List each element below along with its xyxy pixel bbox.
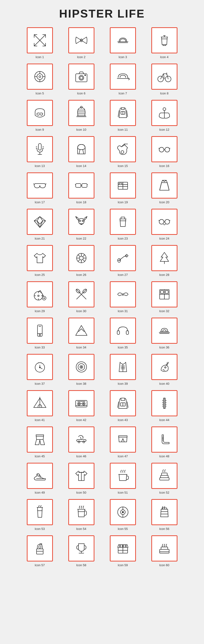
icon-box-20[interactable] — [151, 172, 178, 198]
icon-box-7[interactable] — [110, 64, 136, 90]
icon-box-56[interactable] — [151, 499, 178, 525]
list-item: Icon 18 — [63, 172, 100, 204]
icon-box-24[interactable] — [151, 209, 178, 235]
icon-21 — [32, 214, 48, 230]
icon-2 — [73, 32, 90, 48]
icon-label-21: Icon 21 — [35, 237, 45, 240]
icon-box-45[interactable] — [27, 426, 53, 452]
icon-box-55[interactable] — [110, 499, 136, 525]
icon-box-28[interactable] — [151, 245, 178, 271]
icon-box-11[interactable] — [110, 100, 136, 126]
icon-label-58: Icon 58 — [76, 563, 86, 567]
icon-box-30[interactable] — [68, 281, 94, 308]
icon-box-12[interactable] — [151, 100, 178, 126]
icon-26 — [73, 250, 90, 266]
list-item: Icon 16 — [146, 136, 183, 168]
svg-line-94 — [83, 260, 85, 262]
icon-11 — [115, 105, 131, 121]
icon-box-35[interactable] — [110, 318, 136, 344]
icon-box-29[interactable] — [27, 281, 53, 308]
icon-box-33[interactable] — [27, 318, 53, 344]
icon-box-14[interactable] — [68, 136, 94, 162]
icon-box-36[interactable] — [151, 318, 178, 344]
svg-line-109 — [38, 290, 40, 292]
icon-box-49[interactable] — [27, 463, 53, 489]
icon-box-38[interactable] — [68, 354, 94, 380]
icon-box-54[interactable] — [68, 499, 94, 525]
icon-box-22[interactable] — [68, 209, 94, 235]
icon-box-57[interactable] — [27, 535, 53, 562]
icon-label-42: Icon 42 — [76, 418, 86, 422]
icon-box-16[interactable] — [151, 136, 178, 162]
icon-label-20: Icon 20 — [159, 200, 169, 204]
icon-6 — [73, 68, 90, 85]
icon-box-4[interactable] — [151, 27, 178, 53]
icon-box-48[interactable] — [151, 426, 178, 452]
list-item: Icon 23 — [104, 209, 141, 240]
icon-box-19[interactable] — [110, 172, 136, 198]
icon-box-3[interactable] — [110, 27, 136, 53]
icon-box-41[interactable] — [27, 390, 53, 416]
icon-label-48: Icon 48 — [159, 454, 169, 458]
icon-box-44[interactable] — [151, 390, 178, 416]
icon-box-23[interactable] — [110, 209, 136, 235]
icon-box-27[interactable] — [110, 245, 136, 271]
list-item: Icon 51 — [104, 463, 141, 494]
icon-36 — [156, 322, 172, 339]
icon-box-13[interactable] — [27, 136, 53, 162]
icon-box-5[interactable] — [27, 64, 53, 90]
icon-box-1[interactable] — [27, 27, 53, 53]
icon-box-42[interactable] — [68, 390, 94, 416]
icon-42 — [73, 395, 90, 411]
icon-box-10[interactable] — [68, 100, 94, 126]
svg-point-155 — [83, 403, 84, 404]
icon-39 — [115, 359, 131, 375]
icon-box-17[interactable] — [27, 172, 53, 198]
icon-box-39[interactable] — [110, 354, 136, 380]
icon-box-32[interactable] — [151, 281, 178, 308]
icon-label-30: Icon 30 — [76, 309, 86, 313]
icon-box-40[interactable] — [151, 354, 178, 380]
icon-43 — [115, 395, 131, 411]
icon-box-25[interactable] — [27, 245, 53, 271]
icon-box-18[interactable] — [68, 172, 94, 198]
icon-box-53[interactable] — [27, 499, 53, 525]
icon-box-58[interactable] — [68, 535, 94, 562]
icon-60 — [156, 540, 172, 556]
svg-marker-124 — [76, 326, 87, 336]
icon-label-35: Icon 35 — [118, 346, 128, 349]
icon-box-26[interactable] — [68, 245, 94, 271]
list-item: Icon 35 — [104, 318, 141, 349]
svg-line-110 — [40, 290, 44, 296]
icon-box-46[interactable] — [68, 426, 94, 452]
icon-box-34[interactable] — [68, 318, 94, 344]
icon-box-21[interactable] — [27, 209, 53, 235]
icon-box-6[interactable] — [68, 64, 94, 90]
icon-box-52[interactable] — [151, 463, 178, 489]
icon-15 — [115, 141, 131, 157]
list-item: Icon 11 — [104, 100, 141, 132]
icon-box-15[interactable] — [110, 136, 136, 162]
icon-box-8[interactable] — [151, 64, 178, 90]
icon-box-50[interactable] — [68, 463, 94, 489]
icon-box-47[interactable] — [110, 426, 136, 452]
list-item: Icon 58 — [63, 535, 100, 567]
icon-57 — [32, 540, 48, 556]
icon-box-37[interactable] — [27, 354, 53, 380]
svg-point-202 — [39, 546, 41, 548]
icon-3 — [115, 32, 131, 48]
icon-box-31[interactable] — [110, 281, 136, 308]
svg-point-154 — [78, 403, 80, 404]
icon-box-59[interactable] — [110, 535, 136, 562]
icon-label-9: Icon 9 — [36, 128, 44, 132]
list-item: Icon 31 — [104, 281, 141, 313]
icon-box-9[interactable] — [27, 100, 53, 126]
icon-box-2[interactable] — [68, 27, 94, 53]
svg-marker-99 — [160, 252, 169, 262]
icon-label-8: Icon 8 — [160, 92, 168, 95]
svg-point-77 — [79, 220, 81, 222]
icon-box-43[interactable] — [110, 390, 136, 416]
icon-label-24: Icon 24 — [159, 237, 169, 240]
icon-box-51[interactable] — [110, 463, 136, 489]
icon-box-60[interactable] — [151, 535, 178, 562]
